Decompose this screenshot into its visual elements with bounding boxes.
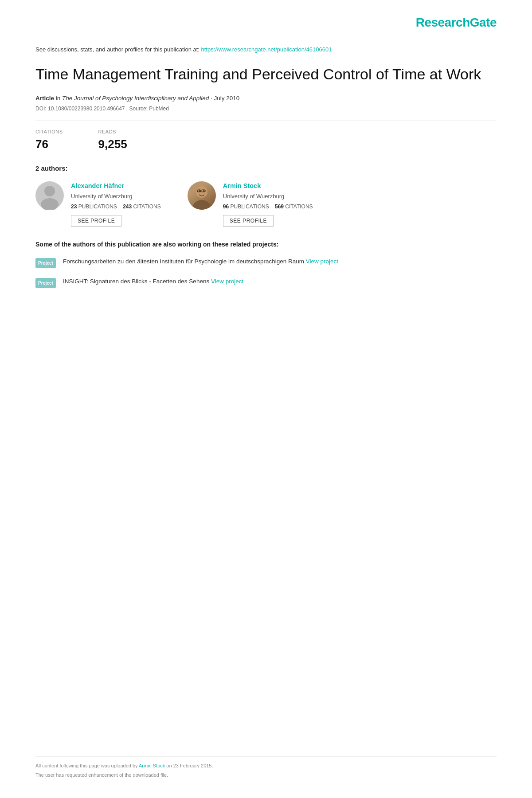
authors-title: 2 authors:: [35, 164, 497, 174]
author-pubs-label-alexander: PUBLICATIONS: [78, 203, 117, 210]
publication-link[interactable]: https://www.researchgate.net/publication…: [201, 46, 332, 53]
project-badge-1: Project: [35, 258, 56, 268]
project-text-1: Forschungsarbeiten zu den ältesten Insti…: [63, 257, 338, 266]
reads-value: 9,255: [98, 136, 127, 153]
author-card-armin: Armin Stock University of Wuerzburg 96 P…: [188, 181, 313, 226]
author-cit-label-armin: CITATIONS: [285, 203, 313, 210]
author-cit-count-alexander: 243: [123, 203, 132, 210]
author-card-alexander: Alexander Häfner University of Wuerzburg…: [35, 181, 161, 226]
authors-section: 2 authors: Alexander Häfner University o…: [35, 164, 497, 227]
author-pubs-count-alexander: 23: [71, 203, 77, 210]
doi-line: DOI: 10.1080/00223980.2010.496647 · Sour…: [35, 105, 497, 113]
author-pubs-label-armin: PUBLICATIONS: [231, 203, 269, 210]
reads-label: READS: [98, 128, 127, 136]
stats-row: CITATIONS 76 READS 9,255: [35, 128, 497, 153]
reads-stat: READS 9,255: [98, 128, 127, 153]
author-name-armin[interactable]: Armin Stock: [223, 181, 313, 191]
author-stats-alexander: 23 PUBLICATIONS 243 CITATIONS: [71, 203, 161, 211]
project-item-2: Project INSIGHT: Signaturen des Blicks -…: [35, 277, 497, 288]
footer-enhancement-notice: The user has requested enhancement of th…: [35, 771, 497, 779]
author-cit-count-armin: 569: [275, 203, 284, 210]
header: ResearchGate: [35, 13, 497, 32]
avatar-alexander: [35, 181, 64, 210]
source: ·: [126, 106, 129, 112]
footer-text-before: All content following this page was uplo…: [35, 763, 139, 768]
top-notice-text: See discussions, stats, and author profi…: [35, 46, 201, 53]
project-description-1: Forschungsarbeiten zu den ältesten Insti…: [63, 258, 306, 265]
top-notice: See discussions, stats, and author profi…: [35, 45, 497, 54]
related-projects-section: Some of the authors of this publication …: [35, 240, 497, 288]
citations-label: CITATIONS: [35, 128, 63, 136]
article-date: · July 2010: [211, 95, 239, 102]
person-icon: [35, 181, 64, 210]
author-university-armin: University of Wuerzburg: [223, 192, 313, 201]
article-label: Article: [35, 95, 54, 102]
armin-photo-icon: [188, 181, 216, 210]
stats-divider: [35, 121, 497, 121]
author-info-alexander: Alexander Häfner University of Wuerzburg…: [71, 181, 161, 226]
project-link-1[interactable]: View project: [306, 258, 338, 265]
avatar-armin: [188, 181, 216, 210]
project-badge-2: Project: [35, 278, 56, 288]
project-text-2: INSIGHT: Signaturen des Blicks - Facette…: [63, 277, 243, 286]
doi: DOI: 10.1080/00223980.2010.496647: [35, 106, 125, 112]
see-profile-button-alexander[interactable]: SEE PROFILE: [71, 215, 121, 227]
footer-upload-notice: All content following this page was uplo…: [35, 762, 497, 770]
project-item-1: Project Forschungsarbeiten zu den ältest…: [35, 257, 497, 268]
author-cit-label-alexander: CITATIONS: [133, 203, 161, 210]
authors-grid: Alexander Häfner University of Wuerzburg…: [35, 181, 497, 226]
svg-point-0: [44, 186, 55, 196]
citations-stat: CITATIONS 76: [35, 128, 63, 153]
researchgate-logo: ResearchGate: [416, 13, 497, 32]
article-meta: Article in The Journal of Psychology Int…: [35, 94, 497, 103]
svg-point-1: [41, 198, 59, 210]
related-projects-title: Some of the authors of this publication …: [35, 240, 497, 249]
footer-text-after: on 23 February 2015.: [166, 763, 213, 768]
page: ResearchGate See discussions, stats, and…: [0, 0, 532, 798]
svg-point-2: [192, 200, 211, 210]
author-info-armin: Armin Stock University of Wuerzburg 96 P…: [223, 181, 313, 226]
source-label: Source: PubMed: [129, 106, 169, 112]
project-description-2: INSIGHT: Signaturen des Blicks - Facette…: [63, 278, 211, 285]
citations-value: 76: [35, 136, 63, 153]
see-profile-button-armin[interactable]: SEE PROFILE: [223, 215, 274, 227]
footer: All content following this page was uplo…: [35, 756, 497, 780]
footer-uploader-link[interactable]: Armin Stock: [139, 763, 165, 768]
project-link-2[interactable]: View project: [211, 278, 243, 285]
paper-title: Time Management Training and Perceived C…: [35, 65, 497, 84]
author-stats-armin: 96 PUBLICATIONS 569 CITATIONS: [223, 203, 313, 211]
journal-name: The Journal of Psychology Interdisciplin…: [62, 95, 209, 102]
author-name-alexander[interactable]: Alexander Häfner: [71, 181, 161, 191]
author-pubs-count-armin: 96: [223, 203, 229, 210]
in-word: in: [56, 95, 61, 102]
author-university-alexander: University of Wuerzburg: [71, 192, 161, 201]
